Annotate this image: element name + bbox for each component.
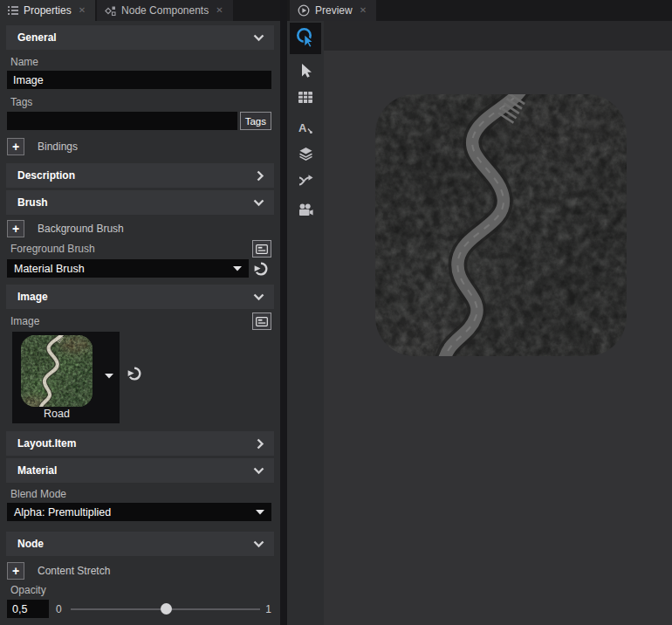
properties-list-icon bbox=[8, 5, 18, 16]
section-title: General bbox=[17, 31, 57, 44]
node-components-icon bbox=[105, 5, 116, 17]
foreground-brush-dropdown[interactable]: Material Brush bbox=[7, 259, 249, 278]
image-resource-area: Road bbox=[0, 330, 280, 423]
interact-cursor-icon bbox=[295, 27, 316, 50]
section-header-brush[interactable]: Brush bbox=[6, 190, 274, 215]
camera-tool-button[interactable] bbox=[290, 196, 321, 223]
preview-toolbar-strip bbox=[324, 21, 672, 51]
foreground-brush-label-row: Foreground Brush bbox=[7, 240, 271, 258]
section-header-general[interactable]: General bbox=[6, 25, 274, 50]
preview-panel: Preview ✕ bbox=[287, 0, 672, 625]
opacity-slider[interactable] bbox=[71, 603, 261, 615]
blend-mode-value: Alpha: Premultiplied bbox=[14, 506, 111, 519]
svg-text:A: A bbox=[298, 121, 307, 134]
close-icon[interactable]: ✕ bbox=[77, 5, 87, 16]
image-reset-button[interactable] bbox=[127, 366, 142, 381]
chevron-down-icon bbox=[105, 374, 113, 379]
panel-editor-icon bbox=[256, 317, 268, 326]
image-resource-name: Road bbox=[21, 408, 93, 420]
chevron-down-icon bbox=[253, 293, 264, 301]
image-label-row: Image bbox=[7, 312, 271, 330]
name-input[interactable] bbox=[7, 71, 271, 89]
content-stretch-row: + Content Stretch bbox=[7, 561, 280, 580]
add-background-brush-button[interactable]: + bbox=[7, 220, 24, 237]
foreground-brush-reset-button[interactable] bbox=[253, 261, 269, 277]
section-title: Layout.Item bbox=[17, 437, 76, 450]
chevron-down-icon bbox=[256, 510, 264, 515]
tags-row: Tags bbox=[7, 112, 271, 130]
opacity-max-label: 1 bbox=[265, 603, 271, 615]
preview-toolbar: A bbox=[287, 21, 324, 625]
preview-canvas[interactable] bbox=[324, 51, 672, 625]
foreground-brush-editor-button[interactable] bbox=[252, 240, 271, 258]
section-header-material[interactable]: Material bbox=[6, 458, 274, 483]
chevron-down-icon bbox=[253, 467, 264, 475]
panel-editor-icon bbox=[256, 244, 268, 254]
chevron-down-icon bbox=[233, 266, 242, 271]
tab-node-components-label: Node Components bbox=[121, 4, 209, 17]
chevron-down-icon bbox=[253, 199, 264, 207]
close-icon[interactable]: ✕ bbox=[214, 5, 224, 16]
section-title: Description bbox=[17, 169, 75, 182]
section-title: Image bbox=[17, 291, 48, 303]
tab-preview-label: Preview bbox=[315, 4, 353, 17]
connections-tool-button[interactable] bbox=[290, 167, 321, 193]
foreground-brush-value: Material Brush bbox=[14, 263, 85, 275]
add-content-stretch-button[interactable]: + bbox=[7, 562, 24, 580]
section-header-image[interactable]: Image bbox=[6, 285, 274, 309]
image-dropdown-button[interactable] bbox=[102, 370, 116, 382]
right-tabbar: Preview ✕ bbox=[287, 0, 672, 21]
add-binding-button[interactable]: + bbox=[7, 138, 24, 155]
interact-tool-button[interactable] bbox=[290, 23, 321, 54]
tab-node-components[interactable]: Node Components ✕ bbox=[97, 0, 232, 21]
tags-button[interactable]: Tags bbox=[240, 112, 271, 130]
name-label: Name bbox=[10, 56, 270, 68]
chevron-down-icon bbox=[253, 540, 264, 548]
connections-icon bbox=[298, 173, 313, 187]
preview-play-icon bbox=[298, 4, 310, 17]
tags-input[interactable] bbox=[7, 112, 237, 130]
select-tool-button[interactable] bbox=[290, 58, 321, 84]
reset-icon bbox=[253, 261, 269, 277]
select-cursor-icon bbox=[298, 63, 313, 79]
image-resource-card[interactable]: Road bbox=[12, 332, 120, 423]
chevron-down-icon bbox=[253, 34, 264, 42]
opacity-label: Opacity bbox=[10, 584, 270, 596]
preview-image-node[interactable] bbox=[375, 94, 627, 356]
close-icon[interactable]: ✕ bbox=[358, 5, 368, 16]
panel-splitter[interactable] bbox=[280, 0, 287, 625]
chevron-right-icon bbox=[257, 170, 264, 182]
reset-icon bbox=[127, 366, 142, 381]
image-thumbnail[interactable] bbox=[21, 335, 93, 407]
application-window: Properties ✕ Node Components ✕ General bbox=[0, 0, 672, 625]
layers-tool-button[interactable] bbox=[290, 141, 321, 167]
blend-mode-label: Blend Mode bbox=[10, 488, 270, 500]
camera-icon bbox=[298, 203, 313, 216]
opacity-min-label: 0 bbox=[56, 603, 62, 615]
content-stretch-label: Content Stretch bbox=[38, 565, 110, 577]
image-editor-button[interactable] bbox=[252, 312, 271, 330]
section-header-layout-item[interactable]: Layout.Item bbox=[6, 431, 274, 456]
section-header-node[interactable]: Node bbox=[6, 532, 274, 556]
chevron-right-icon bbox=[257, 438, 264, 450]
opacity-value-input[interactable] bbox=[7, 600, 49, 618]
grid-icon bbox=[298, 92, 312, 103]
text-tool-button[interactable]: A bbox=[290, 114, 321, 141]
foreground-brush-row: Material Brush bbox=[7, 259, 271, 278]
section-title: Material bbox=[17, 464, 57, 477]
tab-properties-label: Properties bbox=[24, 4, 72, 17]
left-tabbar: Properties ✕ Node Components ✕ bbox=[0, 0, 280, 21]
section-header-description[interactable]: Description bbox=[6, 163, 274, 188]
properties-panel: Properties ✕ Node Components ✕ General bbox=[0, 0, 280, 625]
layers-icon bbox=[298, 147, 313, 161]
blend-mode-dropdown[interactable]: Alpha: Premultiplied bbox=[7, 503, 271, 521]
background-brush-row: + Background Brush bbox=[7, 219, 280, 238]
tab-properties[interactable]: Properties ✕ bbox=[0, 0, 95, 21]
bindings-row: + Bindings bbox=[7, 137, 280, 156]
section-title: Node bbox=[17, 538, 44, 550]
text-tool-icon: A bbox=[298, 121, 313, 134]
opacity-slider-handle[interactable] bbox=[161, 603, 172, 615]
grid-tool-button[interactable] bbox=[290, 84, 321, 110]
bindings-label: Bindings bbox=[38, 141, 78, 153]
tab-preview[interactable]: Preview ✕ bbox=[290, 0, 376, 21]
